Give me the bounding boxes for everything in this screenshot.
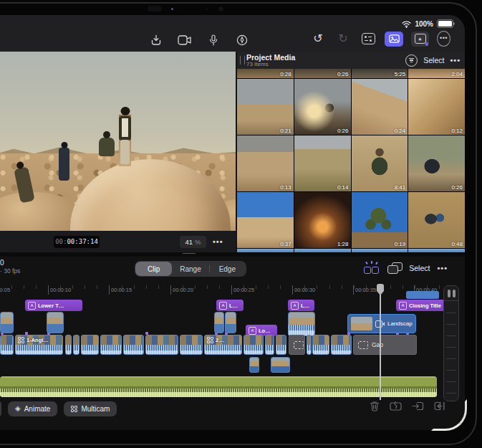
- insert-clip-icon[interactable]: [412, 401, 424, 411]
- gap-icon: [294, 341, 304, 349]
- media-thumb[interactable]: 5:25: [352, 69, 408, 78]
- multicam-icon: [71, 406, 77, 412]
- media-thumb[interactable]: 0:21: [237, 79, 294, 135]
- title-badge: A: [291, 302, 299, 310]
- clip-label-row: 2…: [207, 337, 224, 343]
- media-thumb[interactable]: 0:24: [352, 79, 408, 135]
- pane-drag-handle[interactable]: [240, 56, 245, 65]
- gap-label: Gap: [372, 341, 383, 348]
- import-icon[interactable]: [148, 32, 165, 48]
- media-browser-icon[interactable]: [385, 32, 403, 47]
- clip-label: Landscap…: [387, 320, 413, 327]
- clip-duration: 5:25: [395, 71, 406, 77]
- pencil-icon[interactable]: [233, 32, 251, 48]
- media-thumb[interactable]: 0:37: [237, 192, 294, 248]
- playhead-handle[interactable]: [377, 284, 384, 295]
- title-clip[interactable]: ALow…: [216, 300, 244, 311]
- clip-duration: 0:26: [337, 71, 349, 77]
- gap-clip[interactable]: Gap: [353, 335, 417, 355]
- clip-waveform: [66, 345, 71, 354]
- music-clip[interactable]: [0, 376, 437, 397]
- connected-storyline-bar[interactable]: [406, 291, 439, 299]
- undo-icon[interactable]: ↺: [309, 31, 327, 47]
- effects-icon[interactable]: ★: [411, 32, 429, 47]
- clip-duration: 0:14: [337, 184, 349, 191]
- primary-clip[interactable]: [65, 335, 72, 355]
- more-icon[interactable]: •••: [437, 31, 450, 47]
- primary-clip[interactable]: [307, 335, 312, 355]
- media-thumb[interactable]: 0:26: [294, 79, 351, 135]
- primary-clip[interactable]: [276, 335, 286, 355]
- inspector-icon[interactable]: [360, 31, 377, 47]
- viewer-video-frame[interactable]: [0, 52, 236, 231]
- primary-clip[interactable]: [331, 335, 352, 355]
- connected-clip[interactable]: [225, 312, 236, 333]
- browser-more-icon[interactable]: •••: [450, 56, 461, 65]
- viewer-more-icon[interactable]: •••: [213, 237, 223, 246]
- media-thumb[interactable]: 0:26: [294, 69, 351, 78]
- primary-clip[interactable]: [312, 335, 329, 355]
- browser-select-button[interactable]: Select: [423, 56, 444, 65]
- primary-clip[interactable]: [0, 335, 14, 355]
- primary-clip[interactable]: 1-Angl…: [15, 335, 63, 355]
- media-thumb[interactable]: 0:19: [352, 192, 408, 248]
- partial-button[interactable]: [0, 401, 1, 416]
- clip-duration: 0:24: [395, 128, 406, 134]
- media-thumb[interactable]: 0:48: [408, 192, 465, 248]
- primary-clip[interactable]: [123, 335, 144, 355]
- button-label: Multicam: [81, 405, 110, 413]
- connected-clip[interactable]: [288, 312, 315, 336]
- slider-ticks: [446, 302, 456, 399]
- media-thumb[interactable]: 1:28: [294, 192, 351, 248]
- connected-clip[interactable]: [47, 312, 64, 333]
- animate-button[interactable]: ◈Animate: [8, 401, 57, 416]
- multicam-button[interactable]: Multicam: [64, 401, 117, 416]
- media-thumb[interactable]: 0:26: [408, 135, 465, 191]
- clip-waveform: [146, 345, 178, 354]
- media-thumb[interactable]: 8:41: [352, 135, 408, 191]
- primary-clip[interactable]: [265, 335, 274, 355]
- media-thumb[interactable]: 0:13: [237, 135, 294, 191]
- track-height-slider[interactable]: [443, 285, 459, 401]
- title-clip[interactable]: ALow…: [288, 300, 314, 311]
- clip-thumbnail: [47, 313, 63, 325]
- clip-thumbnail-strip: [276, 335, 286, 345]
- microphone-icon[interactable]: [205, 32, 222, 48]
- delete-icon[interactable]: [370, 401, 380, 411]
- camera-icon[interactable]: [176, 32, 193, 48]
- clip-thumbnail-strip: [180, 335, 202, 345]
- connected-clip[interactable]: [0, 312, 14, 333]
- gap-clip[interactable]: G: [289, 335, 305, 355]
- connected-clip-below[interactable]: [249, 357, 259, 373]
- primary-clip[interactable]: [73, 335, 79, 355]
- media-thumb[interactable]: 0:28: [237, 69, 294, 78]
- scene-person-2: [59, 148, 69, 181]
- clip-thumbnail-strip: [313, 335, 329, 345]
- primary-clip[interactable]: 2…: [204, 335, 242, 355]
- primary-clip[interactable]: [244, 335, 264, 355]
- primary-clip[interactable]: [145, 335, 178, 355]
- zoom-level[interactable]: 41%: [180, 236, 206, 248]
- filter-icon[interactable]: [405, 54, 418, 67]
- primary-clip[interactable]: [180, 335, 203, 355]
- title-clip[interactable]: ALower T…: [25, 300, 82, 311]
- primary-clip[interactable]: [100, 335, 122, 355]
- connected-clip-landscape[interactable]: Landscap…: [347, 314, 416, 333]
- blade-split-icon[interactable]: [390, 401, 402, 411]
- media-thumb[interactable]: 0:12: [408, 79, 465, 135]
- connected-clip[interactable]: [214, 312, 224, 333]
- clip-duration: 0:13: [280, 184, 291, 191]
- connected-clip-below[interactable]: [271, 357, 290, 373]
- clip-thumbnail-strip: [74, 335, 79, 345]
- title-clip[interactable]: AClosing Title: [396, 300, 446, 311]
- camera-indicator: [171, 8, 173, 10]
- music-waveform: [0, 389, 437, 397]
- playhead-line[interactable]: [380, 284, 381, 400]
- media-thumb[interactable]: 0:14: [294, 135, 351, 191]
- clip-waveform: [307, 345, 311, 354]
- timecode-display[interactable]: 00:00:37:14: [54, 236, 100, 248]
- redo-icon[interactable]: ↻: [334, 31, 352, 47]
- primary-clip[interactable]: [81, 335, 99, 355]
- clip-waveform: [16, 345, 62, 354]
- media-thumb[interactable]: 2:04: [408, 69, 465, 78]
